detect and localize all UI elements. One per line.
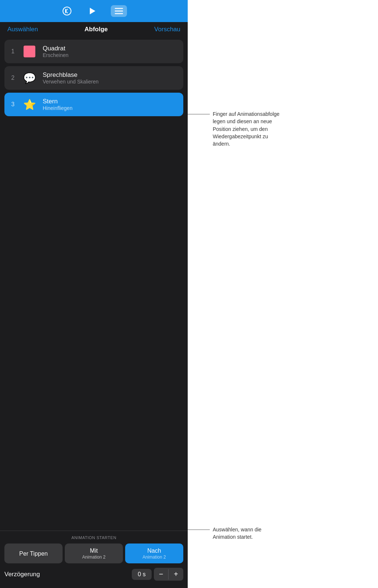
nav-tabs: Auswählen Abfolge Vorschau <box>0 22 188 37</box>
item-icon-square <box>21 43 38 60</box>
svg-point-0 <box>63 7 71 15</box>
item-subtitle: Verwehen und Skalieren <box>43 79 99 85</box>
svg-marker-2 <box>90 8 95 14</box>
delay-controls: 0 s − + <box>132 568 183 581</box>
item-text: Quadrat Erscheinen <box>43 45 68 58</box>
item-name: Quadrat <box>43 45 68 52</box>
tab-sequence[interactable]: Abfolge <box>85 26 108 33</box>
trigger-per-tippen[interactable]: Per Tippen <box>4 544 63 563</box>
rewind-button[interactable] <box>61 5 73 17</box>
item-subtitle: Erscheinen <box>43 52 68 58</box>
trigger-label-sub: Animation 2 <box>142 555 166 560</box>
stepper-minus[interactable]: − <box>154 568 169 581</box>
item-icon-star: ⭐ <box>21 96 38 113</box>
callout-text-bottom: Auswählen, wann die Animation startet. <box>210 526 283 541</box>
trigger-nach-animation[interactable]: Nach Animation 2 <box>125 544 183 563</box>
animation-start-label: ANIMATION STARTEN <box>4 535 183 540</box>
delay-row: Verzögerung 0 s − + <box>4 568 183 581</box>
trigger-label-main: Nach <box>147 547 161 554</box>
trigger-mit-animation[interactable]: Mit Animation 2 <box>65 544 123 563</box>
top-bar <box>0 0 188 22</box>
trigger-label-main: Mit <box>90 547 98 554</box>
list-item[interactable]: 1 Quadrat Erscheinen <box>4 40 183 63</box>
item-text: Sprechblase Verwehen und Skalieren <box>43 71 99 85</box>
spacer <box>0 119 188 531</box>
callout-line-bottom <box>188 530 210 530</box>
trigger-label-sub: Animation 2 <box>82 555 105 560</box>
item-number: 1 <box>10 48 16 55</box>
delay-label: Verzögerung <box>4 571 40 578</box>
left-panel: Auswählen Abfolge Vorschau 1 Quadrat Ers… <box>0 0 188 588</box>
item-icon-bubble: 💬 <box>21 70 38 86</box>
play-button[interactable] <box>86 6 98 17</box>
list-item[interactable]: 2 💬 Sprechblase Verwehen und Skalieren <box>4 66 183 90</box>
callout-top: Finger auf Animationsabfolge legen und d… <box>188 110 283 147</box>
callout-bottom: Auswählen, wann die Animation startet. <box>188 526 283 541</box>
square-shape <box>24 46 35 57</box>
right-panel: Finger auf Animationsabfolge legen und d… <box>188 0 378 588</box>
item-text: Stern Hineinfliegen <box>43 98 73 111</box>
delay-stepper: − + <box>154 568 183 581</box>
item-number: 2 <box>10 75 16 81</box>
bottom-controls: ANIMATION STARTEN Per Tippen Mit Animati… <box>0 531 188 588</box>
item-name: Stern <box>43 98 73 105</box>
list-button[interactable] <box>111 5 127 17</box>
list-item-selected[interactable]: 3 ⭐ Stern Hineinfliegen <box>4 93 183 116</box>
item-subtitle: Hineinfliegen <box>43 105 73 111</box>
delay-value: 0 s <box>132 569 151 580</box>
tab-preview[interactable]: Vorschau <box>154 26 180 33</box>
trigger-label-main: Per Tippen <box>19 550 47 557</box>
tab-select[interactable]: Auswählen <box>7 26 38 33</box>
item-number: 3 <box>10 101 16 108</box>
animation-list: 1 Quadrat Erscheinen 2 💬 Sprechblase Ver… <box>0 37 188 119</box>
item-name: Sprechblase <box>43 71 99 79</box>
callout-line-top <box>188 114 210 114</box>
callout-text-top: Finger auf Animationsabfolge legen und d… <box>210 110 283 147</box>
trigger-buttons: Per Tippen Mit Animation 2 Nach Animatio… <box>4 544 183 563</box>
stepper-plus[interactable]: + <box>169 568 183 581</box>
